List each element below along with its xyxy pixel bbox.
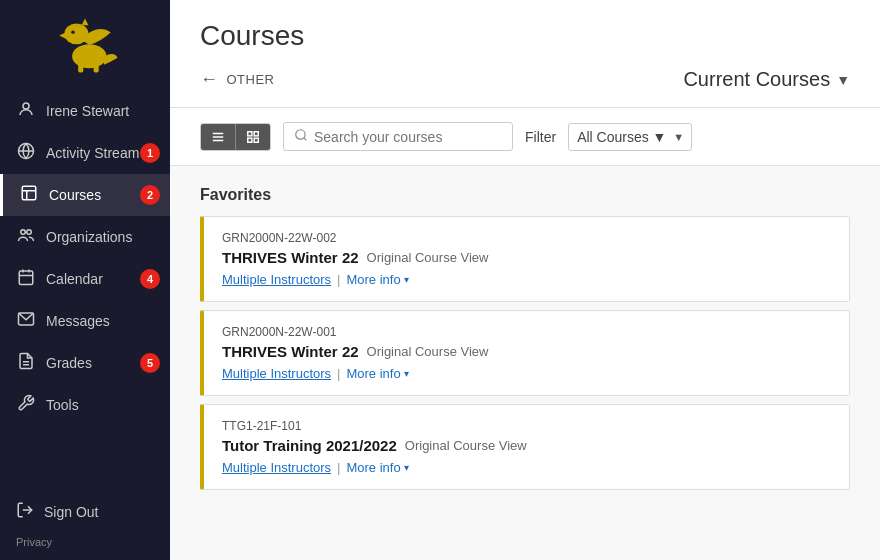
activity-stream-icon (16, 142, 36, 164)
course-type: Original Course View (367, 250, 489, 265)
course-list: GRN2000N-22W-002 THRIVES Winter 22 Origi… (200, 216, 850, 490)
svg-point-30 (296, 130, 305, 139)
svg-marker-2 (59, 32, 66, 39)
breadcrumb-label: OTHER (227, 72, 275, 87)
more-info-button[interactable]: More info ▾ (346, 460, 408, 475)
svg-point-5 (71, 30, 74, 33)
toolbar: Filter All Courses ▼ ▼ (170, 108, 880, 166)
view-toggle (200, 123, 271, 151)
courses-icon (19, 184, 39, 206)
more-info-chevron-icon: ▾ (404, 368, 409, 379)
back-button[interactable]: ← (200, 69, 219, 90)
current-courses-dropdown[interactable]: Current Courses ▼ (683, 68, 850, 91)
sign-out-icon (16, 501, 34, 522)
sidebar-item-tools-label: Tools (46, 397, 79, 413)
page-title: Courses (200, 20, 850, 52)
sign-out-button[interactable]: Sign Out (0, 491, 170, 532)
course-meta: Multiple Instructors | More info ▾ (222, 272, 831, 287)
more-info-button[interactable]: More info ▾ (346, 272, 408, 287)
favorites-title: Favorites (200, 186, 850, 204)
svg-rect-10 (22, 186, 36, 200)
course-code: GRN2000N-22W-001 (222, 325, 831, 339)
messages-icon (16, 310, 36, 332)
sidebar-item-organizations[interactable]: Organizations (0, 216, 170, 258)
course-name-row: Tutor Training 2021/2022 Original Course… (222, 437, 831, 454)
course-meta: Multiple Instructors | More info ▾ (222, 366, 831, 381)
sidebar-item-user[interactable]: Irene Stewart (0, 90, 170, 132)
organizations-icon (16, 226, 36, 248)
meta-divider: | (337, 366, 340, 381)
sidebar-item-calendar-label: Calendar (46, 271, 103, 287)
grades-badge: 5 (140, 353, 160, 373)
instructors-link[interactable]: Multiple Instructors (222, 366, 331, 381)
course-meta: Multiple Instructors | More info ▾ (222, 460, 831, 475)
sidebar-navigation: Irene Stewart Activity Stream 1 Courses … (0, 90, 170, 491)
grid-view-button[interactable] (236, 124, 270, 150)
calendar-badge: 4 (140, 269, 160, 289)
sidebar-item-grades-label: Grades (46, 355, 92, 371)
course-name-row: THRIVES Winter 22 Original Course View (222, 343, 831, 360)
sidebar-bottom: Sign Out Privacy (0, 491, 170, 560)
more-info-button[interactable]: More info ▾ (346, 366, 408, 381)
svg-point-7 (23, 103, 29, 109)
more-info-chevron-icon: ▾ (404, 462, 409, 473)
svg-point-14 (27, 230, 32, 235)
sidebar-item-courses-label: Courses (49, 187, 101, 203)
svg-rect-27 (254, 131, 258, 135)
svg-rect-3 (78, 62, 83, 72)
sidebar-item-grades[interactable]: Grades 5 (0, 342, 170, 384)
meta-divider: | (337, 460, 340, 475)
main-header: Courses ← OTHER Current Courses ▼ (170, 0, 880, 108)
sidebar: Irene Stewart Activity Stream 1 Courses … (0, 0, 170, 560)
course-code: TTG1-21F-101 (222, 419, 831, 433)
main-content: Courses ← OTHER Current Courses ▼ (170, 0, 880, 560)
course-name: THRIVES Winter 22 (222, 249, 359, 266)
breadcrumb-bar: ← OTHER Current Courses ▼ (200, 68, 850, 91)
user-icon (16, 100, 36, 122)
sidebar-item-activity-stream[interactable]: Activity Stream 1 (0, 132, 170, 174)
svg-rect-29 (254, 138, 258, 142)
sidebar-item-calendar[interactable]: Calendar 4 (0, 258, 170, 300)
sign-out-label: Sign Out (44, 504, 98, 520)
sidebar-item-user-label: Irene Stewart (46, 103, 129, 119)
list-view-button[interactable] (201, 124, 236, 150)
sidebar-item-activity-stream-label: Activity Stream (46, 145, 139, 161)
more-info-chevron-icon: ▾ (404, 274, 409, 285)
svg-rect-4 (94, 62, 99, 72)
svg-marker-6 (82, 18, 89, 25)
sidebar-item-messages[interactable]: Messages (0, 300, 170, 342)
svg-point-13 (21, 230, 26, 235)
svg-point-0 (72, 44, 106, 68)
meta-divider: | (337, 272, 340, 287)
course-name: THRIVES Winter 22 (222, 343, 359, 360)
filter-select[interactable]: All Courses ▼ (568, 123, 692, 151)
privacy-label: Privacy (0, 532, 170, 552)
sidebar-item-courses[interactable]: Courses 2 (0, 174, 170, 216)
svg-rect-26 (248, 131, 252, 135)
search-input[interactable] (314, 129, 502, 145)
courses-area: Favorites GRN2000N-22W-002 THRIVES Winte… (170, 166, 880, 560)
logo-icon (50, 15, 120, 75)
sidebar-logo (0, 0, 170, 90)
filter-label: Filter (525, 129, 556, 145)
course-card: GRN2000N-22W-001 THRIVES Winter 22 Origi… (200, 310, 850, 396)
search-icon (294, 128, 308, 145)
breadcrumb: ← OTHER (200, 69, 275, 90)
dropdown-chevron-icon: ▼ (836, 72, 850, 88)
sidebar-item-tools[interactable]: Tools (0, 384, 170, 426)
svg-rect-28 (248, 138, 252, 142)
grades-icon (16, 352, 36, 374)
svg-rect-15 (19, 271, 33, 285)
activity-stream-badge: 1 (140, 143, 160, 163)
tools-icon (16, 394, 36, 416)
courses-badge: 2 (140, 185, 160, 205)
svg-line-31 (304, 138, 307, 141)
instructors-link[interactable]: Multiple Instructors (222, 272, 331, 287)
instructors-link[interactable]: Multiple Instructors (222, 460, 331, 475)
course-code: GRN2000N-22W-002 (222, 231, 831, 245)
filter-wrapper: All Courses ▼ ▼ (568, 123, 692, 151)
calendar-icon (16, 268, 36, 290)
course-card: GRN2000N-22W-002 THRIVES Winter 22 Origi… (200, 216, 850, 302)
sidebar-item-messages-label: Messages (46, 313, 110, 329)
course-name: Tutor Training 2021/2022 (222, 437, 397, 454)
